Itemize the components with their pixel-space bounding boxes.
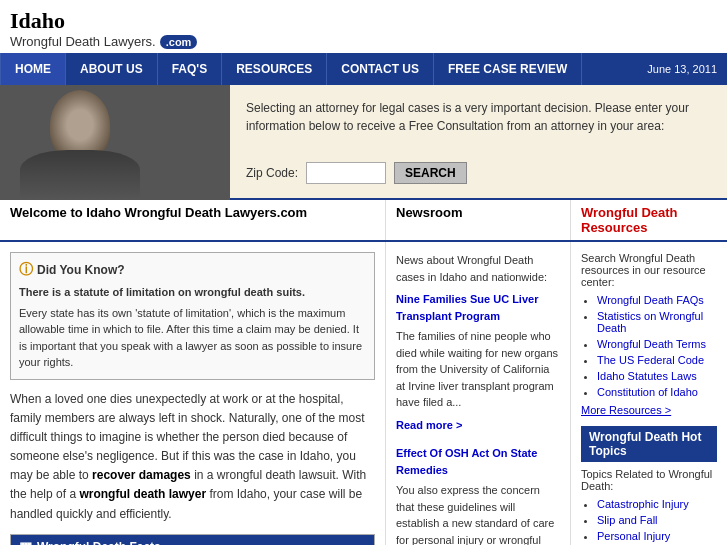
list-item: Personal Injury (597, 530, 717, 542)
resource-link-4[interactable]: Idaho Statutes Laws (597, 370, 697, 382)
list-item: Statistics on Wrongful Death (597, 310, 717, 334)
right-column: Search Wrongful Death resources in our r… (570, 242, 727, 545)
news-link-2[interactable]: Effect Of OSH Act On State Remedies (396, 447, 537, 476)
hero-content: Selecting an attorney for legal cases is… (230, 85, 727, 198)
resources-header: Wrongful Death Resources (570, 200, 727, 240)
main-body-text: When a loved one dies unexpectedly at wo… (10, 390, 375, 524)
hot-topics-intro: Topics Related to Wrongful Death: (581, 468, 717, 492)
nav-contact[interactable]: CONTACT US (327, 53, 434, 85)
zip-label: Zip Code: (246, 166, 298, 180)
news-story-1: Nine Families Sue UC Liver Transplant Pr… (396, 291, 560, 433)
list-item: The US Federal Code (597, 354, 717, 366)
list-item: Wrongful Death FAQs (597, 294, 717, 306)
nav-resources[interactable]: RESOURCES (222, 53, 327, 85)
news-intro: News about Wrongful Death cases in Idaho… (396, 252, 560, 285)
list-item: Wrongful Death Terms (597, 338, 717, 350)
left-column: ⓘ Did You Know? There is a statute of li… (0, 242, 385, 545)
main-nav: HOME ABOUT US FAQ'S RESOURCES CONTACT US… (0, 53, 727, 85)
search-button[interactable]: SEARCH (394, 162, 467, 184)
hot-topics-header: Wrongful Death Hot Topics (581, 426, 717, 462)
hot-topic-0[interactable]: Catastrophic Injury (597, 498, 689, 510)
resource-link-1[interactable]: Statistics on Wrongful Death (597, 310, 703, 334)
list-item: Slip and Fall (597, 514, 717, 526)
news-story-2: Effect Of OSH Act On State Remedies You … (396, 445, 560, 545)
nav-free-review[interactable]: FREE CASE REVIEW (434, 53, 582, 85)
recover-damages: recover damages (92, 468, 191, 482)
news-body-2: You also express the concern that these … (396, 482, 560, 545)
lawyer-link: wrongful death lawyer (79, 487, 206, 501)
hot-topics-section: Topics Related to Wrongful Death: Catast… (581, 462, 717, 545)
com-badge: .com (160, 35, 198, 49)
zip-input[interactable] (306, 162, 386, 184)
resource-link-3[interactable]: The US Federal Code (597, 354, 704, 366)
resources-intro: Search Wrongful Death resources in our r… (581, 252, 717, 288)
site-title: Idaho (10, 8, 717, 34)
mid-column: News about Wrongful Death cases in Idaho… (385, 242, 570, 545)
news-link-1[interactable]: Nine Families Sue UC Liver Transplant Pr… (396, 293, 538, 322)
hot-topic-2[interactable]: Personal Injury (597, 530, 670, 542)
site-header: Idaho Wrongful Death Lawyers. .com (0, 0, 727, 53)
read-more-1[interactable]: Read more > (396, 419, 462, 431)
list-item: Constitution of Idaho (597, 386, 717, 398)
hero-photo (0, 85, 230, 200)
did-you-know-box: ⓘ Did You Know? There is a statute of li… (10, 252, 375, 380)
news-body-1: The families of nine people who died whi… (396, 328, 560, 411)
hero-section: Selecting an attorney for legal cases is… (0, 85, 727, 200)
dyk-body: Every state has its own 'statute of limi… (19, 305, 366, 371)
subtitle-text: Wrongful Death Lawyers. (10, 34, 156, 49)
resources-section: Search Wrongful Death resources in our r… (581, 252, 717, 416)
welcome-text: Welcome to Idaho Wrongful Death Lawyers.… (0, 200, 385, 240)
zip-row: Zip Code: SEARCH (246, 162, 711, 184)
facts-header: ▩ Wrongful Death Facts (11, 535, 374, 545)
columns-header: Welcome to Idaho Wrongful Death Lawyers.… (0, 200, 727, 242)
resources-list: Wrongful Death FAQs Statistics on Wrongf… (581, 294, 717, 398)
hot-topic-1[interactable]: Slip and Fall (597, 514, 658, 526)
news-section: News about Wrongful Death cases in Idaho… (396, 252, 560, 545)
resource-link-2[interactable]: Wrongful Death Terms (597, 338, 706, 350)
list-item: Catastrophic Injury (597, 498, 717, 510)
hot-topics-list: Catastrophic Injury Slip and Fall Person… (581, 498, 717, 545)
more-resources-link[interactable]: More Resources > (581, 404, 717, 416)
nav-faqs[interactable]: FAQ'S (158, 53, 223, 85)
facts-box: ▩ Wrongful Death Facts Wrongful Death St… (10, 534, 375, 545)
dyk-title: ⓘ Did You Know? (19, 261, 366, 279)
resource-link-0[interactable]: Wrongful Death FAQs (597, 294, 704, 306)
list-item: Idaho Statutes Laws (597, 370, 717, 382)
nav-home[interactable]: HOME (0, 53, 66, 85)
nav-about[interactable]: ABOUT US (66, 53, 158, 85)
chart-icon: ▩ (19, 539, 32, 545)
resource-link-5[interactable]: Constitution of Idaho (597, 386, 698, 398)
site-subtitle: Wrongful Death Lawyers. .com (10, 34, 717, 49)
hero-description: Selecting an attorney for legal cases is… (246, 99, 711, 135)
info-icon: ⓘ (19, 261, 33, 279)
newsroom-header: Newsroom (385, 200, 570, 240)
nav-date: June 13, 2011 (647, 63, 727, 75)
main-content: ⓘ Did You Know? There is a statute of li… (0, 242, 727, 545)
